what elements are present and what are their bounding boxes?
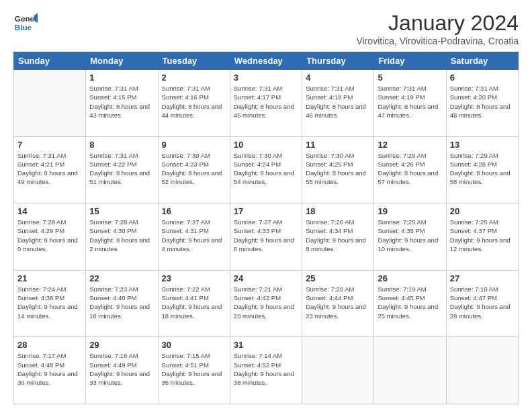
day-info: Sunrise: 7:28 AMSunset: 4:29 PMDaylight:… (17, 218, 82, 253)
table-row: 25Sunrise: 7:20 AMSunset: 4:44 PMDayligh… (302, 270, 374, 337)
calendar-header-row: Sunday Monday Tuesday Wednesday Thursday… (14, 52, 519, 70)
table-row: 5Sunrise: 7:31 AMSunset: 4:19 PMDaylight… (374, 70, 446, 137)
day-number: 24 (234, 273, 298, 283)
day-number: 14 (17, 206, 82, 216)
day-number: 3 (234, 73, 298, 83)
day-number: 1 (89, 73, 154, 83)
day-info: Sunrise: 7:19 AMSunset: 4:45 PMDaylight:… (378, 285, 442, 320)
col-sunday: Sunday (14, 52, 86, 70)
table-row: 28Sunrise: 7:17 AMSunset: 4:48 PMDayligh… (14, 337, 86, 404)
table-row (302, 337, 374, 404)
table-row: 15Sunrise: 7:28 AMSunset: 4:30 PMDayligh… (86, 203, 158, 271)
day-info: Sunrise: 7:31 AMSunset: 4:21 PMDaylight:… (17, 151, 82, 187)
day-number: 11 (306, 140, 370, 150)
day-info: Sunrise: 7:30 AMSunset: 4:23 PMDaylight:… (162, 151, 226, 187)
day-number: 13 (450, 140, 515, 150)
day-number: 20 (450, 206, 515, 216)
table-row (374, 337, 446, 404)
day-number: 10 (234, 140, 298, 150)
day-number: 9 (162, 140, 226, 150)
day-info: Sunrise: 7:31 AMSunset: 4:19 PMDaylight:… (378, 84, 442, 120)
col-tuesday: Tuesday (158, 52, 230, 70)
main-title: January 2024 (357, 11, 519, 36)
day-info: Sunrise: 7:28 AMSunset: 4:30 PMDaylight:… (89, 218, 154, 253)
table-row: 13Sunrise: 7:29 AMSunset: 4:28 PMDayligh… (446, 136, 518, 203)
table-row: 30Sunrise: 7:15 AMSunset: 4:51 PMDayligh… (158, 337, 230, 404)
calendar: Sunday Monday Tuesday Wednesday Thursday… (13, 52, 519, 404)
day-info: Sunrise: 7:25 AMSunset: 4:35 PMDaylight:… (378, 218, 442, 253)
calendar-week-row: 28Sunrise: 7:17 AMSunset: 4:48 PMDayligh… (14, 337, 519, 404)
day-info: Sunrise: 7:31 AMSunset: 4:20 PMDaylight:… (450, 84, 515, 120)
calendar-week-row: 7Sunrise: 7:31 AMSunset: 4:21 PMDaylight… (14, 136, 519, 203)
table-row: 8Sunrise: 7:31 AMSunset: 4:22 PMDaylight… (86, 136, 158, 203)
table-row: 18Sunrise: 7:26 AMSunset: 4:34 PMDayligh… (302, 203, 374, 271)
col-thursday: Thursday (302, 52, 374, 70)
day-number: 15 (89, 206, 154, 216)
day-info: Sunrise: 7:18 AMSunset: 4:47 PMDaylight:… (450, 285, 515, 320)
day-number: 30 (162, 340, 226, 350)
table-row: 31Sunrise: 7:14 AMSunset: 4:52 PMDayligh… (230, 337, 302, 404)
day-info: Sunrise: 7:21 AMSunset: 4:42 PMDaylight:… (234, 285, 298, 320)
page: General Blue January 2024 Virovitica, Vi… (0, 0, 532, 411)
table-row: 9Sunrise: 7:30 AMSunset: 4:23 PMDaylight… (158, 136, 230, 203)
header: General Blue January 2024 Virovitica, Vi… (13, 11, 519, 46)
col-friday: Friday (374, 52, 446, 70)
day-number: 6 (450, 73, 515, 83)
day-info: Sunrise: 7:31 AMSunset: 4:22 PMDaylight:… (89, 151, 154, 187)
table-row: 3Sunrise: 7:31 AMSunset: 4:17 PMDaylight… (230, 70, 302, 137)
table-row: 17Sunrise: 7:27 AMSunset: 4:33 PMDayligh… (230, 203, 302, 271)
day-number: 25 (306, 273, 370, 283)
day-number: 23 (162, 273, 226, 283)
day-number: 7 (17, 140, 82, 150)
logo-icon: General Blue (13, 11, 38, 35)
day-number: 27 (450, 273, 515, 283)
day-number: 18 (306, 206, 370, 216)
table-row: 29Sunrise: 7:16 AMSunset: 4:49 PMDayligh… (86, 337, 158, 404)
day-number: 17 (234, 206, 298, 216)
svg-text:Blue: Blue (15, 23, 32, 32)
day-info: Sunrise: 7:16 AMSunset: 4:49 PMDaylight:… (89, 351, 154, 387)
day-number: 12 (378, 140, 442, 150)
day-info: Sunrise: 7:27 AMSunset: 4:31 PMDaylight:… (162, 218, 226, 253)
day-info: Sunrise: 7:29 AMSunset: 4:28 PMDaylight:… (450, 151, 515, 187)
day-number: 16 (162, 206, 226, 216)
day-info: Sunrise: 7:31 AMSunset: 4:18 PMDaylight:… (306, 84, 370, 120)
day-number: 28 (17, 340, 82, 350)
table-row: 4Sunrise: 7:31 AMSunset: 4:18 PMDaylight… (302, 70, 374, 137)
table-row: 10Sunrise: 7:30 AMSunset: 4:24 PMDayligh… (230, 136, 302, 203)
day-info: Sunrise: 7:30 AMSunset: 4:24 PMDaylight:… (234, 151, 298, 187)
table-row: 26Sunrise: 7:19 AMSunset: 4:45 PMDayligh… (374, 270, 446, 337)
day-number: 4 (306, 73, 370, 83)
table-row: 19Sunrise: 7:25 AMSunset: 4:35 PMDayligh… (374, 203, 446, 271)
day-info: Sunrise: 7:27 AMSunset: 4:33 PMDaylight:… (234, 218, 298, 253)
day-number: 22 (89, 273, 154, 283)
logo: General Blue (13, 11, 38, 35)
table-row: 1Sunrise: 7:31 AMSunset: 4:15 PMDaylight… (86, 70, 158, 137)
day-info: Sunrise: 7:14 AMSunset: 4:52 PMDaylight:… (234, 351, 298, 387)
calendar-week-row: 14Sunrise: 7:28 AMSunset: 4:29 PMDayligh… (14, 203, 519, 271)
col-saturday: Saturday (446, 52, 518, 70)
col-monday: Monday (86, 52, 158, 70)
day-info: Sunrise: 7:31 AMSunset: 4:17 PMDaylight:… (234, 84, 298, 120)
table-row: 16Sunrise: 7:27 AMSunset: 4:31 PMDayligh… (158, 203, 230, 271)
table-row (14, 70, 86, 137)
table-row: 14Sunrise: 7:28 AMSunset: 4:29 PMDayligh… (14, 203, 86, 271)
table-row: 7Sunrise: 7:31 AMSunset: 4:21 PMDaylight… (14, 136, 86, 203)
day-info: Sunrise: 7:20 AMSunset: 4:44 PMDaylight:… (306, 285, 370, 320)
table-row: 27Sunrise: 7:18 AMSunset: 4:47 PMDayligh… (446, 270, 518, 337)
table-row (446, 337, 518, 404)
day-number: 5 (378, 73, 442, 83)
day-number: 21 (17, 273, 82, 283)
day-info: Sunrise: 7:31 AMSunset: 4:15 PMDaylight:… (89, 84, 154, 120)
day-info: Sunrise: 7:24 AMSunset: 4:38 PMDaylight:… (17, 285, 82, 320)
day-number: 2 (162, 73, 226, 83)
table-row: 2Sunrise: 7:31 AMSunset: 4:16 PMDaylight… (158, 70, 230, 137)
table-row: 12Sunrise: 7:29 AMSunset: 4:26 PMDayligh… (374, 136, 446, 203)
day-info: Sunrise: 7:26 AMSunset: 4:34 PMDaylight:… (306, 218, 370, 253)
calendar-week-row: 1Sunrise: 7:31 AMSunset: 4:15 PMDaylight… (14, 70, 519, 137)
day-info: Sunrise: 7:15 AMSunset: 4:51 PMDaylight:… (162, 351, 226, 387)
subtitle: Virovitica, Virovitica-Podravina, Croati… (357, 36, 519, 46)
day-number: 19 (378, 206, 442, 216)
day-info: Sunrise: 7:29 AMSunset: 4:26 PMDaylight:… (378, 151, 442, 187)
table-row: 23Sunrise: 7:22 AMSunset: 4:41 PMDayligh… (158, 270, 230, 337)
